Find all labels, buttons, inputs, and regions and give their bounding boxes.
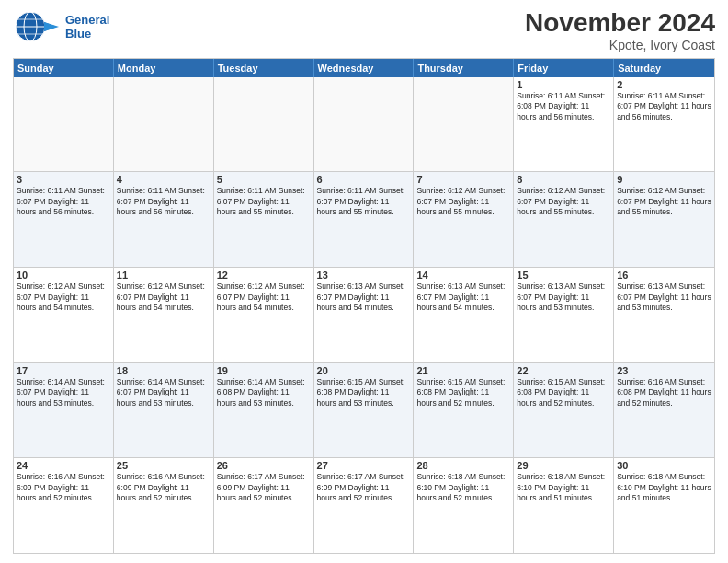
day-number: 13: [317, 270, 411, 281]
calendar-cell: 22Sunrise: 6:15 AM Sunset: 6:08 PM Dayli…: [514, 363, 614, 458]
calendar-header-friday: Friday: [514, 59, 614, 77]
day-number: 30: [617, 460, 711, 471]
day-info: Sunrise: 6:12 AM Sunset: 6:07 PM Dayligh…: [617, 186, 711, 217]
day-info: Sunrise: 6:16 AM Sunset: 6:09 PM Dayligh…: [117, 472, 210, 503]
day-number: 26: [217, 460, 311, 471]
day-info: Sunrise: 6:11 AM Sunset: 6:07 PM Dayligh…: [17, 186, 110, 217]
calendar-cell: 16Sunrise: 6:13 AM Sunset: 6:07 PM Dayli…: [614, 268, 714, 362]
page-subtitle: Kpote, Ivory Coast: [525, 38, 715, 52]
calendar-cell: 26Sunrise: 6:17 AM Sunset: 6:09 PM Dayli…: [214, 458, 314, 553]
calendar-cell: 8Sunrise: 6:12 AM Sunset: 6:07 PM Daylig…: [514, 172, 614, 267]
calendar-cell: 18Sunrise: 6:14 AM Sunset: 6:07 PM Dayli…: [114, 363, 214, 458]
calendar-header-sunday: Sunday: [14, 59, 114, 77]
day-info: Sunrise: 6:18 AM Sunset: 6:10 PM Dayligh…: [416, 472, 510, 503]
day-number: 10: [17, 270, 110, 281]
calendar-header-monday: Monday: [114, 59, 214, 77]
day-number: 2: [617, 79, 711, 90]
calendar-cell: 3Sunrise: 6:11 AM Sunset: 6:07 PM Daylig…: [14, 172, 114, 267]
day-number: 29: [517, 460, 610, 471]
calendar-header-tuesday: Tuesday: [214, 59, 314, 77]
day-info: Sunrise: 6:12 AM Sunset: 6:07 PM Dayligh…: [117, 282, 210, 313]
calendar-cell: 17Sunrise: 6:14 AM Sunset: 6:07 PM Dayli…: [14, 363, 114, 458]
page: General Blue November 2024 Kpote, Ivory …: [0, 0, 728, 563]
calendar-cell: 21Sunrise: 6:15 AM Sunset: 6:08 PM Dayli…: [414, 363, 514, 458]
calendar-body: 1Sunrise: 6:11 AM Sunset: 6:08 PM Daylig…: [14, 77, 714, 553]
day-number: 6: [317, 174, 411, 185]
day-info: Sunrise: 6:12 AM Sunset: 6:07 PM Dayligh…: [416, 186, 510, 217]
day-number: 11: [117, 270, 210, 281]
calendar-cell: 14Sunrise: 6:13 AM Sunset: 6:07 PM Dayli…: [414, 268, 514, 362]
day-number: 16: [617, 270, 711, 281]
day-number: 9: [617, 174, 711, 185]
calendar-cell: [14, 77, 114, 172]
day-number: 18: [117, 365, 210, 376]
title-area: November 2024 Kpote, Ivory Coast: [525, 9, 715, 52]
generalblue-logo-icon: [13, 9, 63, 44]
calendar-cell: 5Sunrise: 6:11 AM Sunset: 6:07 PM Daylig…: [214, 172, 314, 267]
calendar-cell: 7Sunrise: 6:12 AM Sunset: 6:07 PM Daylig…: [414, 172, 514, 267]
calendar-cell: 24Sunrise: 6:16 AM Sunset: 6:09 PM Dayli…: [14, 458, 114, 553]
calendar-cell: 25Sunrise: 6:16 AM Sunset: 6:09 PM Dayli…: [114, 458, 214, 553]
calendar-cell: 20Sunrise: 6:15 AM Sunset: 6:08 PM Dayli…: [314, 363, 415, 458]
calendar-cell: 30Sunrise: 6:18 AM Sunset: 6:10 PM Dayli…: [614, 458, 714, 553]
day-number: 5: [217, 174, 311, 185]
day-number: 23: [617, 365, 711, 376]
calendar-cell: 4Sunrise: 6:11 AM Sunset: 6:07 PM Daylig…: [114, 172, 214, 267]
day-info: Sunrise: 6:13 AM Sunset: 6:07 PM Dayligh…: [517, 282, 610, 313]
calendar-week-4: 17Sunrise: 6:14 AM Sunset: 6:07 PM Dayli…: [14, 362, 714, 458]
logo-general: General: [65, 13, 109, 27]
calendar-header: SundayMondayTuesdayWednesdayThursdayFrid…: [14, 59, 714, 77]
calendar-header-saturday: Saturday: [614, 59, 714, 77]
day-number: 25: [117, 460, 210, 471]
day-number: 24: [17, 460, 110, 471]
calendar-cell: 13Sunrise: 6:13 AM Sunset: 6:07 PM Dayli…: [314, 268, 415, 362]
day-number: 12: [217, 270, 311, 281]
calendar-cell: 28Sunrise: 6:18 AM Sunset: 6:10 PM Dayli…: [414, 458, 514, 553]
page-title: November 2024: [525, 9, 715, 38]
day-number: 14: [416, 270, 510, 281]
day-info: Sunrise: 6:16 AM Sunset: 6:08 PM Dayligh…: [617, 377, 711, 408]
day-info: Sunrise: 6:18 AM Sunset: 6:10 PM Dayligh…: [617, 472, 711, 503]
day-number: 21: [416, 365, 510, 376]
calendar-cell: [414, 77, 514, 172]
day-info: Sunrise: 6:14 AM Sunset: 6:07 PM Dayligh…: [17, 377, 110, 408]
day-number: 4: [117, 174, 210, 185]
day-info: Sunrise: 6:18 AM Sunset: 6:10 PM Dayligh…: [517, 472, 610, 503]
day-info: Sunrise: 6:11 AM Sunset: 6:07 PM Dayligh…: [317, 186, 411, 217]
day-info: Sunrise: 6:13 AM Sunset: 6:07 PM Dayligh…: [617, 282, 711, 313]
calendar-header-wednesday: Wednesday: [314, 59, 415, 77]
calendar-cell: 29Sunrise: 6:18 AM Sunset: 6:10 PM Dayli…: [514, 458, 614, 553]
calendar-cell: 19Sunrise: 6:14 AM Sunset: 6:08 PM Dayli…: [214, 363, 314, 458]
day-number: 7: [416, 174, 510, 185]
calendar-cell: 11Sunrise: 6:12 AM Sunset: 6:07 PM Dayli…: [114, 268, 214, 362]
day-number: 27: [317, 460, 411, 471]
day-info: Sunrise: 6:12 AM Sunset: 6:07 PM Dayligh…: [517, 186, 610, 217]
day-info: Sunrise: 6:11 AM Sunset: 6:07 PM Dayligh…: [617, 91, 711, 122]
calendar-week-2: 3Sunrise: 6:11 AM Sunset: 6:07 PM Daylig…: [14, 171, 714, 267]
day-info: Sunrise: 6:12 AM Sunset: 6:07 PM Dayligh…: [17, 282, 110, 313]
calendar-cell: [214, 77, 314, 172]
day-info: Sunrise: 6:15 AM Sunset: 6:08 PM Dayligh…: [517, 377, 610, 408]
day-number: 3: [17, 174, 110, 185]
logo-text: General Blue: [65, 13, 109, 40]
day-info: Sunrise: 6:17 AM Sunset: 6:09 PM Dayligh…: [317, 472, 411, 503]
calendar-header-thursday: Thursday: [414, 59, 514, 77]
day-number: 8: [517, 174, 610, 185]
calendar-week-5: 24Sunrise: 6:16 AM Sunset: 6:09 PM Dayli…: [14, 457, 714, 553]
calendar-cell: 15Sunrise: 6:13 AM Sunset: 6:07 PM Dayli…: [514, 268, 614, 362]
day-info: Sunrise: 6:16 AM Sunset: 6:09 PM Dayligh…: [17, 472, 110, 503]
day-number: 22: [517, 365, 610, 376]
calendar-cell: 12Sunrise: 6:12 AM Sunset: 6:07 PM Dayli…: [214, 268, 314, 362]
day-info: Sunrise: 6:15 AM Sunset: 6:08 PM Dayligh…: [416, 377, 510, 408]
day-number: 28: [416, 460, 510, 471]
svg-marker-7: [44, 22, 59, 31]
day-number: 19: [217, 365, 311, 376]
day-info: Sunrise: 6:14 AM Sunset: 6:08 PM Dayligh…: [217, 377, 311, 408]
day-info: Sunrise: 6:13 AM Sunset: 6:07 PM Dayligh…: [317, 282, 411, 313]
calendar-cell: [314, 77, 415, 172]
day-info: Sunrise: 6:14 AM Sunset: 6:07 PM Dayligh…: [117, 377, 210, 408]
calendar-cell: 2Sunrise: 6:11 AM Sunset: 6:07 PM Daylig…: [614, 77, 714, 172]
day-number: 1: [517, 79, 610, 90]
day-number: 20: [317, 365, 411, 376]
calendar-cell: 27Sunrise: 6:17 AM Sunset: 6:09 PM Dayli…: [314, 458, 415, 553]
